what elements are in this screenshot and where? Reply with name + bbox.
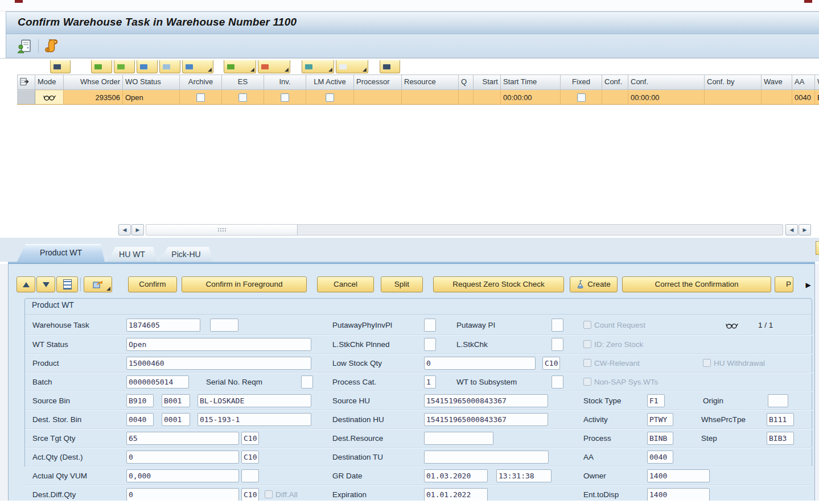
serial-no-reqm-field[interactable]	[301, 375, 313, 389]
column-header-start-time[interactable]: Start Time	[501, 75, 561, 90]
alv-toolbar-cut-button[interactable]	[336, 60, 368, 73]
gr-date-field[interactable]: 01.03.2020	[424, 469, 488, 482]
dest-resource-field[interactable]	[424, 432, 493, 445]
cell-inv-[interactable]	[264, 90, 306, 105]
dest-stor-bin-type-field[interactable]: 0040	[126, 413, 154, 426]
column-header-start[interactable]: Start	[474, 75, 501, 90]
count-request-checkbox[interactable]	[583, 321, 591, 329]
gr-time-field[interactable]: 13:31:38	[496, 469, 552, 482]
cell-whse-order[interactable]: 293506	[64, 90, 123, 105]
cw-relevant-checkbox[interactable]	[583, 359, 591, 367]
cancel-button[interactable]: Cancel	[317, 276, 374, 292]
cell-start[interactable]	[474, 90, 501, 105]
column-header-wo-status[interactable]: WO Status	[123, 75, 180, 90]
column-header-mode[interactable]: Mode	[35, 75, 64, 90]
wt-status-field[interactable]: Open	[126, 338, 311, 351]
overflow-partial-button[interactable]: P	[775, 276, 793, 292]
cell-resource[interactable]	[402, 90, 459, 105]
activity-field[interactable]: PTWY	[647, 413, 673, 426]
create-button[interactable]: Create	[570, 276, 618, 292]
diff-all-checkbox[interactable]	[265, 490, 273, 498]
srce-tgt-qty-unit-field[interactable]: C10	[241, 432, 259, 445]
expiration-field[interactable]: 01.01.2022	[424, 488, 488, 501]
column-header-wave[interactable]: Wave	[762, 75, 792, 90]
source-hu-field[interactable]: 154151965000843367	[424, 394, 548, 407]
tab-product-wt[interactable]: Product WT	[17, 244, 105, 262]
dest-diff-qty-unit-field[interactable]: C10	[241, 488, 259, 501]
cell-fixed[interactable]	[561, 90, 602, 105]
putaway-pi-field[interactable]	[552, 319, 563, 332]
source-bin-section-field[interactable]: B001	[162, 394, 190, 407]
column-header-q[interactable]: Q	[459, 75, 474, 90]
non-sap-checkbox[interactable]	[583, 378, 591, 386]
alv-toolbar-cut-button[interactable]	[258, 60, 290, 73]
warehouse-task-field[interactable]: 1874605	[126, 319, 200, 332]
cell-archive[interactable]	[180, 90, 222, 105]
tab-hu-wt[interactable]: HU WT	[107, 247, 157, 262]
tab-pick-hu[interactable]: Pick-HU	[159, 247, 213, 262]
grid-row[interactable]: 293506Open00:00:0000:00:000040B1	[17, 90, 819, 105]
cell-w[interactable]: B1	[815, 90, 819, 105]
process-cat-field[interactable]: 1	[424, 375, 436, 389]
batch-field[interactable]: 0000005014	[126, 375, 189, 389]
column-header-processor[interactable]: Processor	[354, 75, 402, 90]
low-stock-qty-unit-field[interactable]: C10	[542, 357, 560, 370]
cell-conf-by[interactable]	[705, 90, 762, 105]
split-button[interactable]: Split	[381, 276, 423, 292]
stock-type-field[interactable]: F1	[647, 394, 665, 407]
column-header-conf-by[interactable]: Conf. by	[705, 75, 762, 90]
cell-wo-status[interactable]: Open	[123, 90, 180, 105]
column-header-conf-[interactable]: Conf.	[628, 75, 705, 90]
act-qty-dest-unit-field[interactable]: C10	[241, 451, 259, 464]
hscroll-track[interactable]	[146, 224, 783, 236]
dest-diff-qty-field[interactable]: 0	[126, 488, 239, 501]
alv-toolbar-cut-button[interactable]	[182, 60, 213, 73]
alv-toolbar-cut-button[interactable]	[224, 60, 256, 73]
owner-field[interactable]: 1400	[647, 469, 710, 482]
correct-confirmation-button[interactable]: Correct the Confirmation	[622, 276, 771, 292]
srce-tgt-qty-field[interactable]: 65	[126, 432, 239, 445]
step-field[interactable]: BIB3	[767, 432, 794, 445]
cell-aa[interactable]: 0040	[792, 90, 815, 105]
tab-scroll-cut-button[interactable]	[816, 241, 819, 255]
low-stock-qty-field[interactable]: 0	[424, 357, 536, 370]
lstkchk-plnned-field[interactable]	[424, 338, 436, 351]
source-bin-field[interactable]: BL-LOSKADE	[197, 394, 311, 407]
cell-start-time[interactable]: 00:00:00	[501, 90, 561, 105]
id-zero-stock-checkbox[interactable]	[583, 340, 591, 348]
alv-toolbar-cut-button[interactable]	[137, 60, 158, 73]
cell-checkbox[interactable]	[238, 93, 247, 102]
cell-es[interactable]	[222, 90, 264, 105]
cell-q[interactable]	[459, 90, 474, 105]
warehouse-task-item-field[interactable]	[210, 319, 238, 332]
hscroll-left-button-2[interactable]: ◀	[785, 224, 798, 236]
whse-prc-tpe-field[interactable]: B111	[767, 413, 794, 426]
ent-to-disp-field[interactable]: 1400	[647, 488, 710, 501]
cell-mode[interactable]	[35, 90, 64, 105]
hscroll-left-button[interactable]: ◀	[118, 224, 131, 236]
nav-down-button[interactable]	[36, 276, 55, 292]
cell-checkbox[interactable]	[326, 93, 334, 102]
confirm-button[interactable]: Confirm	[128, 276, 177, 292]
hscroll-right-button-2[interactable]: ▶	[799, 224, 811, 236]
cell-checkbox[interactable]	[281, 93, 289, 102]
column-header-lm-active[interactable]: LM Active	[306, 75, 354, 90]
column-header-selector[interactable]	[17, 75, 35, 90]
actual-qty-vum-unit-field[interactable]	[241, 469, 259, 482]
column-header-archive[interactable]: Archive	[180, 75, 222, 90]
destination-tu-field[interactable]	[424, 451, 549, 464]
nav-up-button[interactable]	[17, 276, 35, 292]
cell-selector[interactable]	[17, 90, 35, 105]
log-scroll-icon[interactable]	[43, 38, 61, 54]
cell-checkbox[interactable]	[577, 93, 586, 102]
hscroll-thumb[interactable]	[146, 225, 298, 235]
column-header-es[interactable]: ES	[222, 75, 264, 90]
wt-to-subsystem-field[interactable]	[552, 375, 563, 389]
hscroll-right-button[interactable]: ▶	[131, 224, 144, 236]
alv-toolbar-cut-button[interactable]	[380, 60, 400, 73]
actual-qty-vum-field[interactable]: 0,000	[126, 469, 239, 482]
column-header-inv-[interactable]: Inv.	[264, 75, 306, 90]
column-header-aa[interactable]: AA	[792, 75, 815, 90]
alv-toolbar-cut-button[interactable]	[91, 60, 112, 73]
column-header-conf-[interactable]: Conf.	[602, 75, 628, 90]
